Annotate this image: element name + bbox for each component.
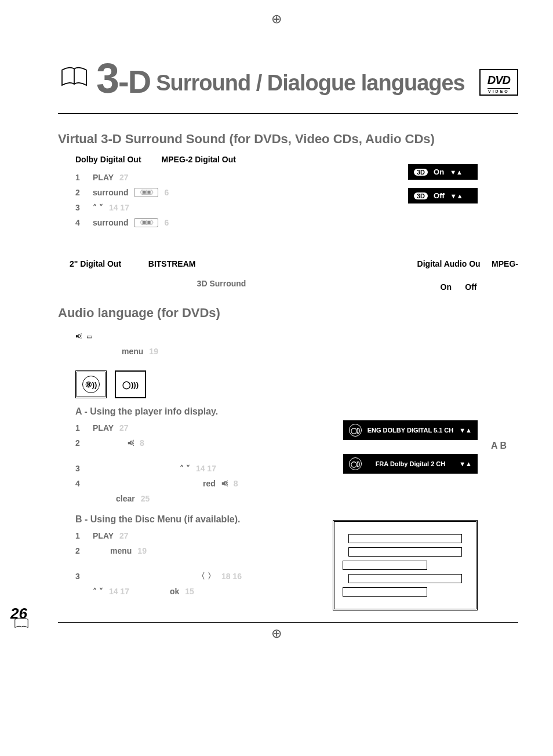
device-icon-8: ⑧)) (75, 370, 107, 398)
step-row: clear25 (75, 491, 518, 506)
up-down-arrows-icon: ˄ ˅ (93, 587, 103, 596)
3d-icon: 3D (414, 169, 428, 176)
device-icon-sound: ◯))) (115, 370, 146, 398)
note-block: 2" Digital Out BITSTREAM 3D Surround Dig… (70, 259, 518, 288)
title-rest: Surround / Dialogue languages (156, 71, 465, 96)
osd-lang-eng: ◯)) ENG DOLBY DIGITAL 5.1 CH ▼▲ (343, 420, 478, 440)
sound-wave-icon: 🕬 (128, 439, 134, 446)
surround-speaker-icon: 《▣▣》 (134, 218, 158, 227)
dvd-video-logo: DVD VIDEO (479, 69, 518, 96)
up-down-arrows-icon: ˄ ˅ (93, 203, 103, 212)
title-prefix: 3-D (96, 63, 150, 100)
crop-mark-bottom: ⊕ (271, 626, 282, 641)
book-icon (58, 61, 90, 96)
section-audio-language-title: Audio language (for DVDs) (58, 306, 518, 321)
page-header: 3-D Surround / Dialogue languages DVD VI… (58, 58, 518, 96)
sound-circle-icon: ◯)) (349, 424, 362, 437)
osd-lang-fra: ◯)) FRA Dolby Digital 2 CH ▼▲ (343, 454, 478, 474)
corner-book-icon (12, 615, 31, 635)
crop-mark-top: ⊕ (271, 12, 282, 27)
3d-icon: 3D (414, 192, 428, 199)
digital-out-labels: Dolby Digital Out MPEG-2 Digital Out (75, 155, 518, 164)
osd-3d-on: 3D On ▼▲ (408, 164, 478, 180)
subtitle-icon: ▭ (86, 333, 92, 340)
osd-3d-off: 3D Off ▼▲ (408, 188, 478, 203)
step-row: 4surround《▣▣》6 (75, 215, 518, 230)
section-virtual-3d-title: Virtual 3-D Surround Sound (for DVDs, Vi… (58, 132, 518, 147)
sound-circle-icon: ◯)) (349, 457, 362, 470)
method-a-title: A - Using the player info display. (75, 406, 518, 417)
left-right-arrows-icon: 〈 〉 (197, 571, 216, 581)
disc-menu-illustration (333, 520, 478, 610)
header-separator (58, 113, 518, 114)
sound-wave-icon: 🕬 (221, 480, 228, 487)
sound-wave-icon: 🕬 (75, 333, 82, 340)
surround-speaker-icon: 《▣▣》 (134, 188, 158, 197)
footer-separator (58, 622, 518, 623)
tiny-icons-row: 🕬 ▭ (75, 329, 518, 344)
device-icons: ⑧)) ◯))) (75, 370, 518, 398)
up-down-arrows-icon: ˄ ˅ (180, 464, 190, 473)
